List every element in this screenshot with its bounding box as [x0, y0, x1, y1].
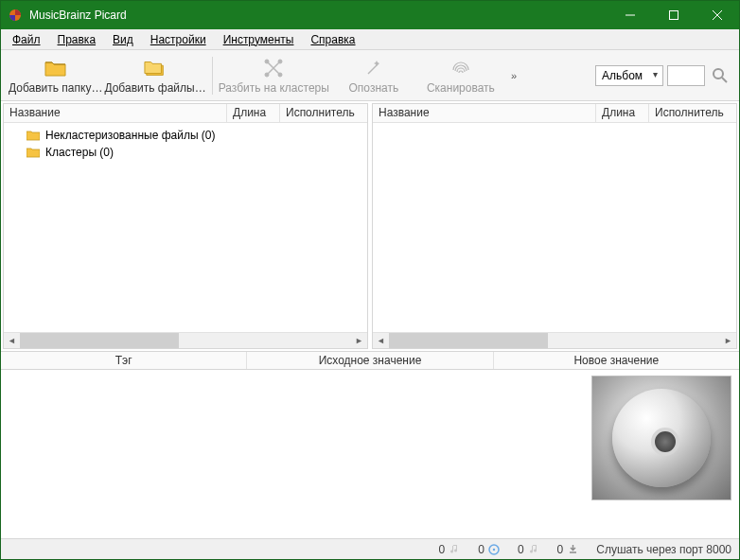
col-name[interactable]: Название: [373, 104, 596, 122]
svg-line-13: [722, 78, 727, 82]
col-duration[interactable]: Длина: [596, 104, 649, 122]
right-pane: Название Длина Исполнитель ◄ ►: [372, 103, 737, 349]
files-icon: [144, 57, 167, 79]
status-count: 0: [518, 543, 524, 556]
tree-label: Кластеры (0): [45, 146, 114, 159]
status-listen-text: Слушать через порт 8000: [596, 543, 731, 556]
scroll-left-icon[interactable]: ◄: [373, 333, 389, 348]
tree-label: Некластеризованные файлы (0): [45, 129, 216, 142]
note-icon: [449, 543, 461, 555]
magnifier-icon: [712, 67, 729, 84]
status-count: 0: [478, 543, 485, 556]
scroll-right-icon[interactable]: ►: [351, 333, 367, 348]
toolbar-overflow[interactable]: »: [511, 70, 517, 81]
scroll-track[interactable]: [20, 333, 351, 348]
scan-label: Сканировать: [427, 81, 495, 95]
cd-icon: [488, 543, 501, 555]
col-name[interactable]: Название: [4, 104, 227, 122]
lower-panel: [1, 370, 739, 538]
note-icon: [528, 543, 540, 555]
cluster-button[interactable]: Разбить на кластеры: [219, 52, 329, 99]
title-bar: MusicBrainz Picard: [1, 1, 739, 29]
col-tag[interactable]: Тэг: [1, 352, 247, 369]
status-pending: 0: [557, 543, 580, 556]
folder-icon: [26, 130, 40, 141]
left-tree[interactable]: Некластеризованные файлы (0) Кластеры (0…: [4, 123, 367, 332]
lookup-button[interactable]: Опознать: [331, 52, 416, 99]
add-files-button[interactable]: Добавить файлы…: [104, 52, 205, 99]
left-column-header: Название Длина Исполнитель: [4, 104, 367, 123]
svg-point-8: [278, 60, 282, 63]
window-title: MusicBrainz Picard: [29, 9, 608, 22]
minimize-button[interactable]: [608, 1, 652, 29]
menu-file[interactable]: Файл: [5, 31, 48, 48]
left-hscroll[interactable]: ◄ ►: [4, 332, 367, 348]
cluster-icon: [262, 57, 285, 79]
menu-view[interactable]: Вид: [105, 31, 141, 48]
status-count: 0: [557, 543, 564, 556]
add-files-label: Добавить файлы…: [104, 81, 205, 95]
menu-bar: Файл Правка Вид Настройки Инструменты Сп…: [1, 29, 739, 50]
right-column-header: Название Длина Исполнитель: [373, 104, 736, 123]
search-type-select[interactable]: Альбом: [595, 65, 663, 86]
status-bar: 0 0 0 0 Слушать через порт 8000: [1, 538, 739, 559]
svg-point-9: [265, 73, 269, 77]
col-artist[interactable]: Исполнитель: [280, 104, 367, 122]
file-panes: Название Длина Исполнитель Некластеризов…: [1, 101, 739, 351]
add-folder-button[interactable]: Добавить папку…: [9, 52, 102, 99]
cover-art-box[interactable]: [591, 376, 731, 500]
tag-column-header: Тэг Исходное значение Новое значение: [1, 351, 739, 370]
menu-edit[interactable]: Правка: [50, 31, 104, 48]
app-icon: [8, 8, 23, 23]
add-folder-label: Добавить папку…: [9, 81, 102, 95]
col-artist[interactable]: Исполнитель: [649, 104, 736, 122]
svg-point-12: [714, 69, 723, 79]
toolbar: Добавить папку… Добавить файлы… Разбить …: [1, 50, 739, 101]
status-count: 0: [439, 543, 446, 556]
right-hscroll[interactable]: ◄ ►: [373, 332, 736, 348]
wand-icon: [362, 57, 385, 79]
menu-settings[interactable]: Настройки: [143, 31, 214, 48]
search-group: Альбом: [595, 64, 731, 87]
tree-item-unclustered[interactable]: Некластеризованные файлы (0): [6, 127, 365, 144]
maximize-button[interactable]: [652, 1, 696, 29]
search-button[interactable]: [709, 64, 731, 87]
close-button[interactable]: [696, 1, 739, 29]
scroll-thumb[interactable]: [20, 333, 179, 348]
scan-button[interactable]: Сканировать: [418, 52, 503, 99]
right-tree[interactable]: [373, 123, 736, 332]
col-new-value[interactable]: Новое значение: [494, 352, 739, 369]
col-original-value[interactable]: Исходное значение: [247, 352, 493, 369]
tag-editor-area[interactable]: [1, 370, 588, 538]
download-icon: [567, 543, 579, 555]
svg-rect-2: [670, 11, 678, 20]
scroll-track[interactable]: [389, 333, 720, 348]
lookup-label: Опознать: [349, 81, 399, 95]
toolbar-separator: [212, 57, 213, 95]
disc-icon: [612, 389, 711, 487]
status-files-2: 0: [478, 543, 501, 556]
tree-item-clusters[interactable]: Кластеры (0): [6, 144, 365, 161]
left-pane: Название Длина Исполнитель Некластеризов…: [3, 103, 368, 349]
scroll-thumb[interactable]: [389, 333, 548, 348]
svg-point-15: [493, 548, 495, 550]
svg-point-7: [265, 60, 269, 63]
folder-icon: [44, 57, 67, 79]
scroll-right-icon[interactable]: ►: [720, 333, 736, 348]
scroll-left-icon[interactable]: ◄: [4, 333, 20, 348]
menu-help[interactable]: Справка: [303, 31, 362, 48]
svg-point-10: [278, 73, 282, 77]
status-files-1: 0: [439, 543, 462, 556]
fingerprint-icon: [449, 57, 472, 79]
col-duration[interactable]: Длина: [227, 104, 280, 122]
menu-tools[interactable]: Инструменты: [216, 31, 302, 48]
cluster-label: Разбить на кластеры: [219, 81, 329, 95]
status-files-3: 0: [518, 543, 540, 556]
status-listen: Слушать через порт 8000: [596, 543, 731, 556]
folder-icon: [26, 147, 40, 158]
search-input[interactable]: [667, 65, 705, 86]
